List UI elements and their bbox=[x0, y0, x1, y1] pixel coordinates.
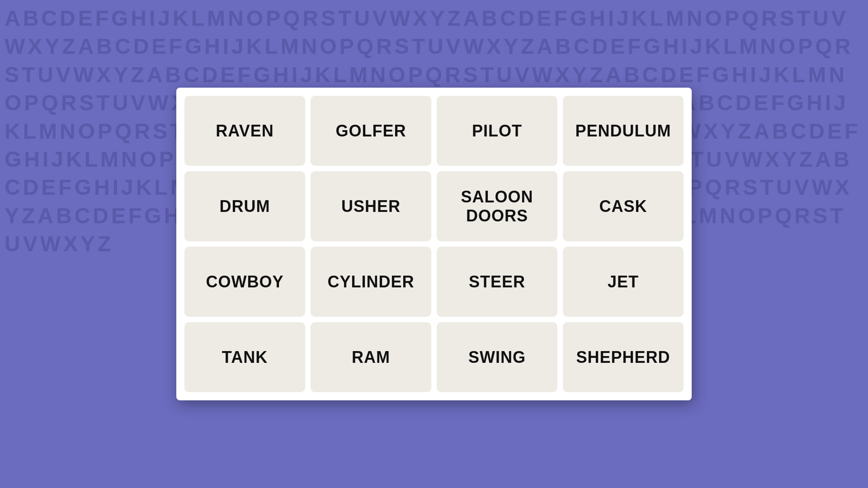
card-swing[interactable]: SWING bbox=[437, 322, 557, 392]
card-label-raven: RAVEN bbox=[216, 122, 274, 141]
card-steer[interactable]: STEER bbox=[437, 247, 557, 317]
word-grid: RAVENGOLFERPILOTPENDULUMDRUMUSHERSALOON … bbox=[184, 96, 684, 392]
card-label-ram: RAM bbox=[352, 348, 390, 367]
card-label-golfer: GOLFER bbox=[336, 122, 406, 141]
card-jet[interactable]: JET bbox=[563, 247, 684, 317]
card-label-saloon-doors: SALOON DOORS bbox=[437, 188, 557, 225]
card-label-pilot: PILOT bbox=[472, 122, 522, 141]
card-label-steer: STEER bbox=[469, 272, 525, 291]
card-cask[interactable]: CASK bbox=[563, 171, 684, 241]
card-label-jet: JET bbox=[608, 272, 639, 291]
card-label-shepherd: SHEPHERD bbox=[576, 348, 670, 367]
card-label-cylinder: CYLINDER bbox=[327, 272, 414, 291]
card-label-usher: USHER bbox=[341, 197, 401, 216]
card-shepherd[interactable]: SHEPHERD bbox=[563, 322, 684, 392]
card-usher[interactable]: USHER bbox=[311, 171, 431, 241]
card-pilot[interactable]: PILOT bbox=[437, 96, 557, 166]
card-panel: RAVENGOLFERPILOTPENDULUMDRUMUSHERSALOON … bbox=[176, 88, 692, 400]
card-ram[interactable]: RAM bbox=[311, 322, 431, 392]
card-label-cask: CASK bbox=[599, 197, 647, 216]
card-label-swing: SWING bbox=[468, 348, 526, 367]
card-label-cowboy: COWBOY bbox=[206, 272, 284, 291]
card-saloon-doors[interactable]: SALOON DOORS bbox=[437, 171, 557, 241]
card-cowboy[interactable]: COWBOY bbox=[184, 247, 305, 317]
card-label-tank: TANK bbox=[222, 348, 268, 367]
card-drum[interactable]: DRUM bbox=[184, 171, 305, 241]
card-label-drum: DRUM bbox=[220, 197, 270, 216]
card-tank[interactable]: TANK bbox=[184, 322, 305, 392]
card-pendulum[interactable]: PENDULUM bbox=[563, 96, 684, 166]
card-raven[interactable]: RAVEN bbox=[184, 96, 305, 166]
card-label-pendulum: PENDULUM bbox=[576, 122, 671, 141]
card-cylinder[interactable]: CYLINDER bbox=[311, 247, 431, 317]
card-golfer[interactable]: GOLFER bbox=[311, 96, 431, 166]
